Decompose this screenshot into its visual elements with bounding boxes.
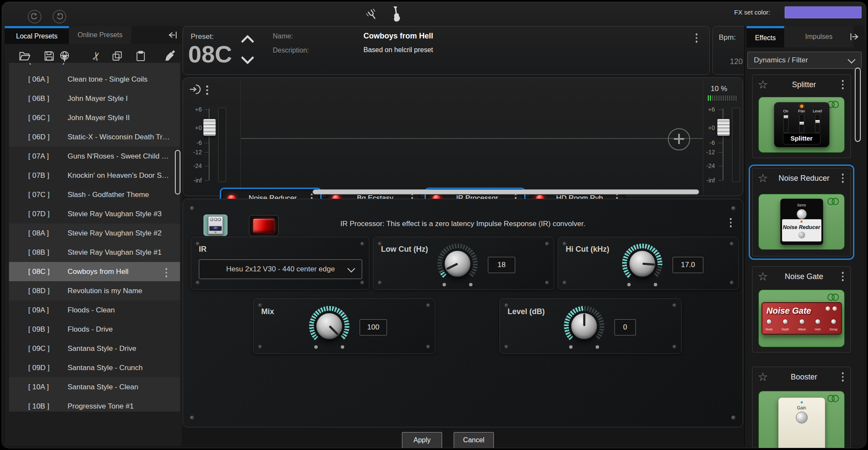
signal-chain-panel: +6 +0 -6 -12 -24 -inf Noise Reducer Nois… [183,77,743,196]
preset-description-value[interactable]: Based on helcril preset [363,46,433,54]
paste-preset-button[interactable] [133,48,148,64]
list-item[interactable]: [ 07A ]Guns N'Roses - Sweet Child of M… [9,147,180,166]
description-label: Description: [273,47,309,54]
effect-card-noise-gate[interactable]: ☆ Noise Gate Noise Gate Mode Depth Attac… [752,266,851,353]
low-cut-knob[interactable] [437,244,478,284]
hi-cut-group: Hi Cut (kHz) 17.0 [558,237,739,290]
redo-button[interactable] [53,10,66,24]
tab-effects-label: Effects [755,34,776,42]
preset-list-scrollbar[interactable] [175,150,180,194]
level-knob[interactable] [564,306,604,346]
clear-preset-button[interactable] [162,48,177,64]
tab-online-presets[interactable]: Online Presets [69,26,131,44]
list-item[interactable]: [ 09C ]Santana Style - Drive [9,339,180,358]
fx-kebab-icon[interactable] [728,216,734,229]
effect-card-booster[interactable]: ☆ Booster Gain [752,367,851,448]
paste-icon [135,50,146,62]
hi-cut-value[interactable]: 17.0 [673,257,703,273]
effect-category-select[interactable]: Dynamics / Filter [747,52,862,69]
mix-value[interactable]: 100 [360,319,387,335]
mix-label: Mix [261,307,274,316]
list-item[interactable]: [ 09D ]Santana Style - Crunch [9,358,180,377]
effect-card-kebab-icon[interactable] [840,371,846,383]
favorite-star-icon[interactable]: ☆ [758,271,768,282]
chain-horizontal-scrollbar[interactable] [313,189,699,194]
tab-effects[interactable]: Effects [747,26,784,47]
app-root: FX set color: Local Presets Online Prese… [0,0,868,450]
chevron-down-icon [847,56,855,63]
list-item-selected[interactable]: [ 08C ]Cowboys from Hell [9,262,180,281]
list-item[interactable]: [ 08D ]Revolution is my Name [9,281,180,300]
output-fader-handle[interactable] [717,119,730,136]
output-percent: 10 % [711,85,727,93]
preset-list-clipped-row: [ ] [9,63,180,70]
cut-preset-button[interactable]: ✂ [89,48,104,64]
effect-card-title: Noise Gate [772,272,836,281]
preset-up-button[interactable] [241,35,254,48]
tab-local-presets[interactable]: Local Presets [5,26,69,44]
list-item[interactable]: [ 06C ]John Mayer Style II [9,108,180,127]
effects-list-scrollbar[interactable] [855,68,861,142]
preset-down-button[interactable] [241,51,254,64]
open-preset-button[interactable] [17,48,32,64]
list-item[interactable]: [ 06B ]John Mayer Style I [9,89,180,108]
list-item[interactable]: [ 09B ]Floods - Drive [9,320,180,339]
fx-color-swatch[interactable] [785,6,862,18]
effect-card-splitter[interactable]: ☆ Splitter On Pan Level Splitter [752,74,851,158]
favorite-star-icon[interactable]: ☆ [758,79,768,91]
bpm-value[interactable]: 120 [730,57,743,66]
undo-button[interactable] [28,10,41,24]
add-effect-button[interactable] [668,128,690,150]
favorite-star-icon[interactable]: ☆ [758,173,768,184]
preset-kebab-icon[interactable] [164,266,169,279]
expand-panel-icon[interactable] [849,32,860,42]
tuner-icon[interactable] [366,8,379,22]
chain-input-kebab-icon[interactable] [204,84,210,97]
level-group: Level (dB) 0 [499,298,682,354]
copy-preset-button[interactable] [109,48,125,64]
input-fader-handle[interactable] [203,119,216,136]
list-item[interactable]: [ 07D ]Stevie Ray Vaughan Style #3 [9,204,180,224]
effect-card-noise-reducer[interactable]: ☆ Noise Reducer Sens Noise Reducer [752,168,851,256]
preset-header-kebab-icon[interactable] [694,32,700,44]
preset-name-value[interactable]: Cowboys from Hell [363,32,433,41]
chain-input-icon[interactable] [189,83,202,96]
ir-select-value: Hesu 2x12 V30 - 440 center edge [226,265,335,274]
cancel-button[interactable]: Cancel [454,432,494,448]
collapse-panel-icon[interactable] [167,30,178,40]
noise-reducer-pedal-image: Sens Noise Reducer [780,199,823,245]
effect-card-kebab-icon[interactable] [840,78,846,91]
mix-group: Mix 100 [253,298,435,354]
list-item[interactable]: [ 06D ]Static-X - Wisconsin Death Trip T… [9,127,180,147]
preset-list: [ 06A ]Clean tone - Single Coils [ 06B ]… [9,70,180,412]
list-item[interactable]: [ 10B ]Progressive Tone #1 [9,397,180,412]
noise-gate-pedal-image: Noise Gate Mode Depth Attack Hold Decay [762,302,842,335]
list-item[interactable]: [ 08A ]Stevie Ray Vaughan Style #2 [9,224,180,243]
preset-browser: Local Presets Online Presets [5,26,182,446]
bpm-label: Bpm: [719,33,736,42]
list-item[interactable]: [ 07B ]Knockin' on Heaven's Door Solo [9,166,180,185]
list-item[interactable]: [ 09A ]Floods - Clean [9,300,180,320]
booster-pedal-image: Gain [778,397,825,448]
list-item[interactable]: [ 06A ]Clean tone - Single Coils [9,70,180,89]
ir-select[interactable]: Hesu 2x12 V30 - 440 center edge [199,259,362,279]
tab-impulses[interactable]: Impulses [784,26,853,47]
hi-cut-knob[interactable] [622,244,662,284]
stereo-icon [827,198,839,206]
apply-button[interactable]: Apply [402,432,442,448]
guitar-icon[interactable] [388,6,404,24]
publish-preset-button[interactable] [57,48,72,64]
list-item[interactable]: [ 07C ]Slash - Godfather Theme [9,185,180,204]
app-window: FX set color: Local Presets Online Prese… [2,2,866,448]
effect-card-kebab-icon[interactable] [840,270,846,283]
favorite-star-icon[interactable]: ☆ [758,371,768,383]
list-item[interactable]: [ 10A ]Santana Style - Clean [9,377,180,397]
level-value[interactable]: 0 [614,319,636,335]
save-preset-button[interactable] [41,48,57,64]
list-item[interactable]: [ 08B ]Stevie Ray Vaughan Style #1 [9,243,180,262]
brush-icon [164,50,176,62]
mix-knob[interactable] [309,306,349,346]
input-meter [218,108,226,182]
effect-card-kebab-icon[interactable] [840,172,846,185]
low-cut-value[interactable]: 18 [488,257,515,273]
